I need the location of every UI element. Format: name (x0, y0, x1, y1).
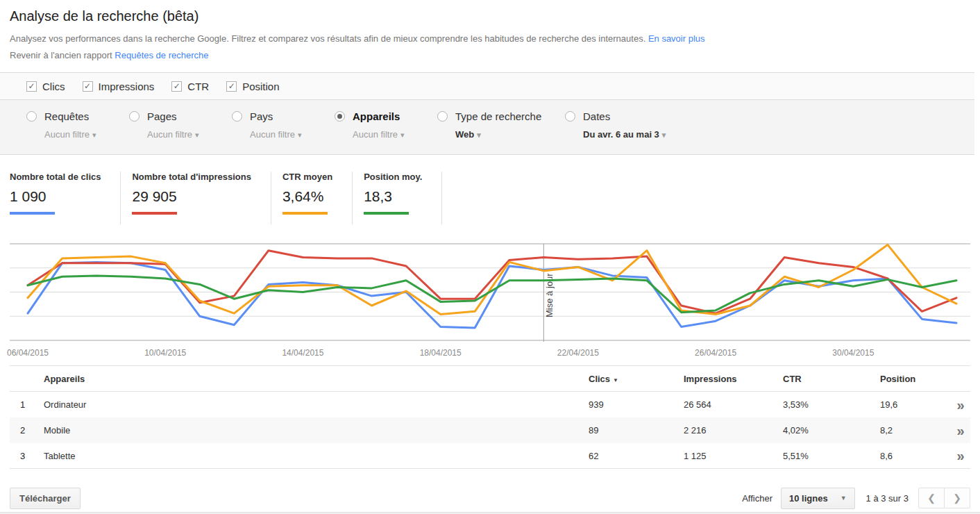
radio-icon (437, 111, 448, 122)
expand-row-button[interactable]: » (956, 449, 964, 463)
rows-per-page-select[interactable]: 10 lignes▼ (781, 488, 855, 509)
row-rank: 1 (10, 399, 44, 410)
performance-chart[interactable]: Mise à jour 06/04/201510/04/201514/04/20… (10, 242, 970, 356)
position-cell: 8,2 (880, 425, 951, 436)
expand-row-icon: » (956, 423, 964, 438)
caret-down-icon: ▾ (298, 131, 302, 139)
expand-row-button[interactable]: » (956, 424, 964, 438)
ctr-color-bar (282, 212, 328, 215)
column-header-position[interactable]: Position (880, 374, 951, 384)
caret-down-icon: ▾ (400, 131, 405, 139)
table-row-tablette: 3 Tablette 62 1 125 5,51% 8,6 » (10, 443, 970, 469)
filter-dropdown-type-de-recherche[interactable]: Web▾ (455, 129, 565, 140)
radio-pays[interactable]: Pays (232, 110, 335, 122)
checkbox-checked-icon: ✓ (83, 81, 93, 92)
filter-dropdown-pays[interactable]: Aucun filtre▾ (250, 129, 335, 140)
chart-x-axis: 06/04/201510/04/201514/04/201518/04/2015… (10, 347, 970, 358)
metric-toggle-impressions[interactable]: ✓ Impressions (83, 81, 155, 92)
stat-total-clicks: Nombre total de clics 1 090 (10, 172, 120, 224)
page-header: Analyse de la recherche (bêta) Analysez … (0, 0, 980, 60)
caret-down-icon: ▾ (662, 131, 666, 139)
radio-icon (232, 111, 242, 122)
table-row-mobile: 2 Mobile 89 2 216 4,02% 8,2 » (10, 417, 970, 443)
column-header-clicks-sorted[interactable]: Clics▼ (589, 374, 684, 384)
radio-selected-icon (335, 111, 345, 122)
radio-type-de-recherche[interactable]: Type de recherche (437, 110, 565, 122)
download-button[interactable]: Télécharger (10, 488, 81, 509)
dimension-bar: Requêtes Aucun filtre▾ Pages Aucun filtr… (0, 100, 974, 155)
column-header-ctr[interactable]: CTR (783, 374, 880, 384)
dropdown-arrow-icon: ▼ (840, 495, 847, 501)
row-rank: 2 (10, 425, 44, 436)
position-cell: 8,6 (880, 451, 951, 461)
chart-line-position (28, 276, 956, 313)
dimension-type-de-recherche: Type de recherche Web▾ (437, 110, 565, 154)
position-cell: 19,6 (880, 399, 951, 410)
ctr-cell: 4,02% (783, 425, 880, 436)
stat-total-impressions: Nombre total d'impressions 29 905 (120, 172, 270, 224)
checkbox-checked-icon: ✓ (226, 81, 237, 92)
pagination-range: 1 à 3 sur 3 (866, 493, 909, 504)
impressions-cell: 26 564 (684, 399, 783, 410)
radio-icon (129, 111, 140, 122)
impressions-cell: 1 125 (684, 451, 783, 461)
pager: ❮ ❯ (918, 488, 970, 508)
x-axis-label: 14/04/2015 (282, 348, 323, 358)
filter-dropdown-appareils[interactable]: Aucun filtre▾ (353, 129, 437, 140)
checkbox-checked-icon: ✓ (171, 81, 182, 92)
device-cell: Mobile (44, 425, 589, 436)
chart-canvas[interactable]: Mise à jour (10, 242, 970, 344)
radio-requetes[interactable]: Requêtes (26, 110, 129, 122)
devices-table: Appareils Clics▼ Impressions CTR Positio… (10, 365, 970, 469)
x-axis-label: 30/04/2015 (832, 348, 874, 358)
clicks-cell: 89 (589, 425, 684, 436)
chart-line-impressions (28, 251, 956, 313)
dimension-dates: Dates Du avr. 6 au mai 3▾ (565, 110, 668, 154)
filter-dropdown-requetes[interactable]: Aucun filtre▾ (44, 129, 129, 140)
learn-more-link[interactable]: En savoir plus (648, 33, 705, 44)
position-color-bar (364, 212, 409, 215)
radio-pages[interactable]: Pages (129, 110, 232, 122)
prev-page-button[interactable]: ❮ (918, 488, 945, 508)
ctr-cell: 5,51% (783, 451, 880, 461)
chevron-right-icon: ❯ (953, 492, 961, 504)
metric-toggle-clics[interactable]: ✓ Clics (26, 81, 65, 92)
column-header-device[interactable]: Appareils (44, 374, 589, 384)
x-axis-label: 10/04/2015 (144, 348, 186, 358)
metric-toggle-position[interactable]: ✓ Position (226, 81, 279, 92)
expand-row-icon: » (956, 448, 964, 463)
stats-separator (441, 172, 442, 224)
x-axis-label: 26/04/2015 (695, 348, 736, 358)
filter-dropdown-pages[interactable]: Aucun filtre▾ (147, 129, 232, 140)
metric-toggle-ctr[interactable]: ✓ CTR (171, 81, 209, 92)
radio-appareils-selected[interactable]: Appareils (335, 110, 437, 122)
dimension-pays: Pays Aucun filtre▾ (232, 110, 335, 154)
dimension-pages: Pages Aucun filtre▾ (129, 110, 232, 154)
radio-icon (565, 111, 575, 122)
radio-dates[interactable]: Dates (565, 110, 668, 122)
filter-dropdown-dates[interactable]: Du avr. 6 au mai 3▾ (583, 129, 668, 140)
caret-down-icon: ▾ (477, 131, 481, 139)
clicks-color-bar (10, 212, 55, 215)
row-rank: 3 (10, 451, 44, 461)
page-title: Analyse de la recherche (bêta) (10, 8, 970, 24)
stat-avg-ctr: CTR moyen 3,64% (271, 172, 352, 224)
ctr-cell: 3,53% (783, 399, 880, 410)
sort-desc-icon: ▼ (613, 377, 618, 383)
expand-row-button[interactable]: » (956, 398, 964, 412)
column-header-impressions[interactable]: Impressions (684, 374, 783, 384)
next-page-button[interactable]: ❯ (944, 488, 970, 508)
x-axis-label: 22/04/2015 (557, 348, 599, 358)
caret-down-icon: ▾ (195, 131, 199, 139)
radio-icon (26, 111, 37, 122)
table-row-ordinateur: 1 Ordinateur 939 26 564 3,53% 19,6 » (10, 392, 970, 417)
dimension-appareils: Appareils Aucun filtre▾ (335, 110, 437, 154)
old-report-link[interactable]: Requêtes de recherche (115, 50, 208, 60)
device-cell: Tablette (44, 451, 589, 461)
checkbox-checked-icon: ✓ (26, 81, 37, 92)
impressions-color-bar (132, 212, 177, 215)
impressions-cell: 2 216 (684, 425, 783, 436)
device-cell: Ordinateur (44, 399, 589, 410)
expand-row-icon: » (956, 397, 964, 413)
page-subtitle: Analysez vos performances dans la recher… (10, 33, 970, 44)
